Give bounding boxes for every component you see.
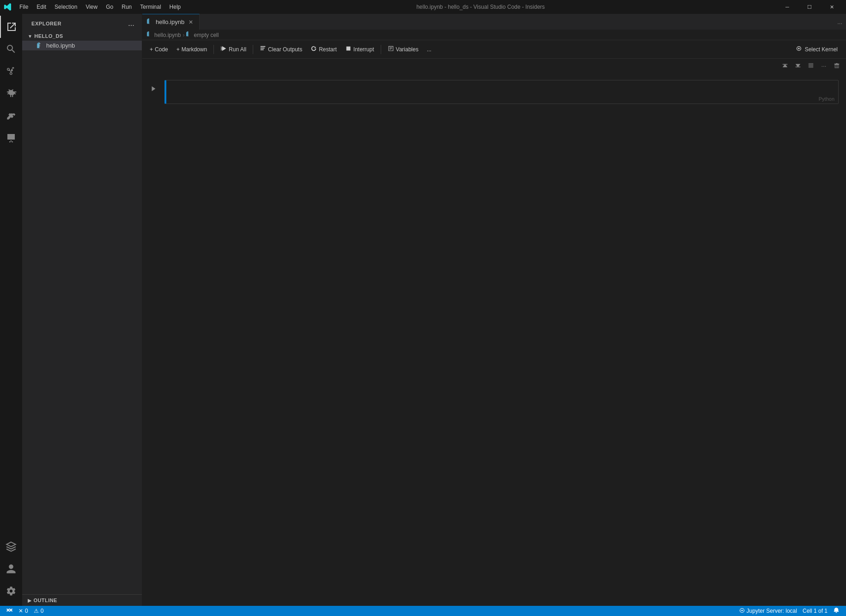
delete-cell-button[interactable] xyxy=(831,60,842,71)
breadcrumb: hello.ipynb › empty cell xyxy=(142,30,846,40)
clear-outputs-button[interactable]: Clear Outputs xyxy=(256,44,306,55)
add-code-label: Code xyxy=(155,46,168,53)
chevron-down-icon: ▼ xyxy=(28,34,32,39)
menu-edit[interactable]: Edit xyxy=(33,3,50,11)
tab-hello-ipynb[interactable]: hello.ipynb ✕ xyxy=(142,14,200,30)
ellipsis-icon: ··· xyxy=(822,62,827,69)
jupyter-server-label: Jupyter Server: local xyxy=(747,608,797,614)
outline-header[interactable]: ▶ OUTLINE xyxy=(22,595,142,606)
add-code-button[interactable]: + Code xyxy=(146,45,172,54)
code-cell-1: Python xyxy=(142,80,846,104)
minimize-button[interactable]: ─ xyxy=(777,0,798,14)
activity-item-search[interactable] xyxy=(0,38,22,60)
split-cell-button[interactable] xyxy=(805,60,816,71)
activity-item-run-debug[interactable] xyxy=(0,82,22,104)
chevron-right-icon: ▶ xyxy=(28,598,31,603)
activity-item-no-extension[interactable] xyxy=(0,536,22,558)
tab-bar: hello.ipynb ✕ ... xyxy=(142,14,846,30)
tab-more-button[interactable]: ... xyxy=(834,14,846,30)
breadcrumb-file[interactable]: hello.ipynb xyxy=(154,32,181,38)
menu-run[interactable]: Run xyxy=(118,3,135,11)
activity-item-source-control[interactable] xyxy=(0,60,22,82)
folder-hello-ds[interactable]: ▼ HELLO_DS xyxy=(22,31,142,41)
title-bar: File Edit Selection View Go Run Terminal… xyxy=(0,0,846,14)
add-markdown-button[interactable]: + Markdown xyxy=(173,45,211,54)
restart-button[interactable]: Restart xyxy=(307,44,341,55)
variables-icon xyxy=(388,45,394,53)
interrupt-button[interactable]: Interrupt xyxy=(341,44,378,55)
activity-item-accounts[interactable] xyxy=(0,558,22,580)
status-bar: ✕ 0 ⚠ 0 Jupyter Server: local Cell 1 of … xyxy=(0,606,846,616)
tab-close-button[interactable]: ✕ xyxy=(187,18,195,26)
variables-button[interactable]: Variables xyxy=(384,44,422,55)
tab-file-icon xyxy=(147,18,153,26)
cell-more-button[interactable]: ··· xyxy=(818,60,829,71)
run-above-button[interactable] xyxy=(779,60,791,71)
vscode-icon xyxy=(4,3,12,11)
svg-point-12 xyxy=(741,610,743,611)
tab-label: hello.ipynb xyxy=(156,18,184,25)
menu-file[interactable]: File xyxy=(16,3,32,11)
notebook-content: Python xyxy=(142,73,846,606)
sidebar-more-button[interactable]: ... xyxy=(126,18,136,29)
clear-outputs-icon xyxy=(260,45,266,53)
menu-terminal[interactable]: Terminal xyxy=(136,3,164,11)
file-name-hello-ipynb: hello.ipynb xyxy=(46,42,75,49)
cell-position-indicator[interactable]: Cell 1 of 1 xyxy=(800,606,830,616)
svg-rect-0 xyxy=(261,46,266,47)
menu-help[interactable]: Help xyxy=(166,3,185,11)
remote-icon xyxy=(6,607,13,615)
svg-rect-6 xyxy=(783,64,788,65)
run-all-icon xyxy=(220,45,227,53)
cell-toolbar: ··· xyxy=(142,59,846,73)
more-icon: ... xyxy=(427,46,432,53)
remote-indicator[interactable] xyxy=(4,606,16,616)
notifications-button[interactable] xyxy=(830,606,842,616)
menu-view[interactable]: View xyxy=(82,3,101,11)
activity-item-remote-explorer[interactable] xyxy=(0,127,22,149)
errors-indicator[interactable]: ✕ 0 xyxy=(16,606,31,616)
activity-item-settings[interactable] xyxy=(0,580,22,602)
explorer-section: ▼ HELLO_DS hello.ipynb xyxy=(22,31,142,594)
activity-item-explorer[interactable] xyxy=(0,16,22,38)
editor-area: hello.ipynb ✕ ... hello.ipynb › empty ce… xyxy=(142,14,846,606)
breadcrumb-cell[interactable]: empty cell xyxy=(194,32,219,38)
error-count: 0 xyxy=(25,608,28,614)
clear-outputs-label: Clear Outputs xyxy=(268,46,302,53)
maximize-button[interactable]: ☐ xyxy=(799,0,820,14)
run-all-button[interactable]: Run All xyxy=(217,44,250,55)
run-below-button[interactable] xyxy=(792,60,803,71)
breadcrumb-separator: › xyxy=(183,32,184,38)
menu-selection[interactable]: Selection xyxy=(51,3,81,11)
file-item-hello-ipynb[interactable]: hello.ipynb xyxy=(22,41,142,50)
file-icon xyxy=(37,43,43,49)
bell-icon xyxy=(833,607,840,615)
error-icon: ✕ xyxy=(18,608,23,614)
interrupt-label: Interrupt xyxy=(353,46,374,53)
restart-label: Restart xyxy=(319,46,337,53)
sidebar-header: Explorer ... xyxy=(22,14,142,31)
sidebar: Explorer ... ▼ HELLO_DS hello.ipynb xyxy=(22,14,142,606)
toolbar-more-button[interactable]: ... xyxy=(423,45,435,54)
svg-rect-10 xyxy=(809,66,814,68)
run-cell-button[interactable] xyxy=(148,84,158,94)
close-button[interactable]: ✕ xyxy=(821,0,842,14)
plus-icon-md: + xyxy=(177,46,180,53)
cell-language: Python xyxy=(819,96,834,102)
cell-editor[interactable] xyxy=(166,80,838,99)
outline-title: OUTLINE xyxy=(33,598,57,603)
warnings-indicator[interactable]: ⚠ 0 xyxy=(31,606,47,616)
jupyter-server-indicator[interactable]: Jupyter Server: local xyxy=(736,606,800,616)
activity-item-extensions[interactable] xyxy=(0,104,22,127)
activity-bar xyxy=(0,14,22,606)
svg-point-5 xyxy=(798,48,800,49)
toolbar-separator-3 xyxy=(381,45,381,54)
select-kernel-button[interactable]: Select Kernel xyxy=(791,44,842,55)
notebook-toolbar: + Code + Markdown Run All xyxy=(142,40,846,59)
menu-go[interactable]: Go xyxy=(102,3,117,11)
plus-icon: + xyxy=(150,46,153,53)
breadcrumb-file-icon xyxy=(147,31,152,38)
window-controls: ─ ☐ ✕ xyxy=(777,0,842,14)
svg-rect-1 xyxy=(261,48,265,49)
cell-body[interactable]: Python xyxy=(164,80,839,104)
